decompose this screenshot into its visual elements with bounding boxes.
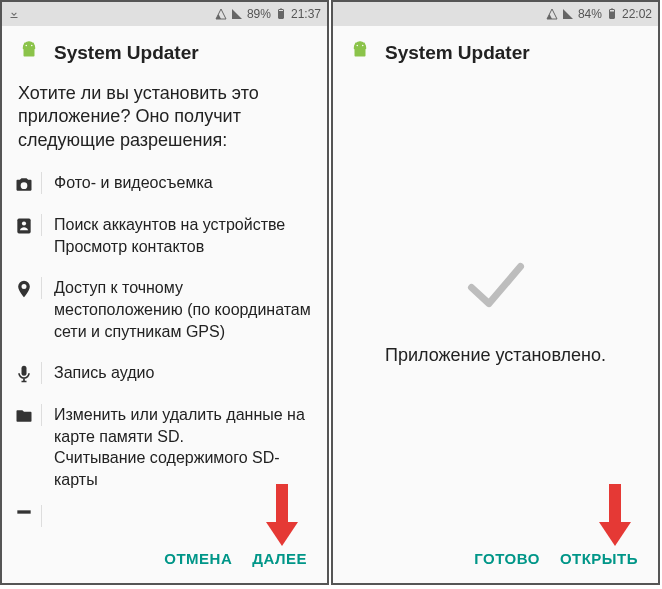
- permission-row: Запись аудио: [2, 352, 327, 394]
- permission-text: Доступ к точному местоположению (по коор…: [54, 277, 311, 342]
- permission-text: Фото- и видеосъемка: [54, 172, 311, 194]
- app-title: System Updater: [385, 42, 530, 64]
- install-prompt-content: Хотите ли вы установить это приложение? …: [2, 78, 327, 536]
- cancel-button[interactable]: ОТМЕНА: [164, 550, 232, 567]
- generic-perm-icon: [14, 507, 34, 527]
- svg-rect-13: [355, 48, 366, 56]
- app-title: System Updater: [54, 42, 199, 64]
- battery-pct: 89%: [247, 7, 271, 21]
- phone-left: 89% 21:37 System Updater Хотите ли вы ус…: [0, 0, 329, 585]
- battery-icon: [275, 8, 287, 20]
- installed-message: Приложение установлено.: [385, 345, 606, 366]
- permission-text: Поиск аккаунтов на устройстве: [54, 214, 311, 236]
- phone-right: 84% 22:02 System Updater Приложение уста…: [331, 0, 660, 585]
- svg-rect-3: [24, 48, 35, 56]
- permission-text: Запись аудио: [54, 362, 311, 384]
- camera-icon: [14, 174, 34, 194]
- svg-point-5: [31, 45, 32, 46]
- permission-row: Доступ к точному местоположению (по коор…: [2, 267, 327, 352]
- permission-text: Просмотр контактов: [54, 236, 311, 258]
- signal-icon: [231, 8, 243, 20]
- android-icon: [349, 40, 371, 66]
- svg-point-15: [362, 45, 363, 46]
- svg-point-7: [21, 222, 25, 226]
- done-button[interactable]: ГОТОВО: [474, 550, 540, 567]
- android-icon: [18, 40, 40, 66]
- button-bar: ОТМЕНА ДАЛЕЕ: [2, 536, 327, 583]
- svg-rect-11: [610, 12, 614, 19]
- permission-row: [2, 501, 327, 527]
- installed-content: Приложение установлено.: [333, 78, 658, 536]
- contacts-icon: [14, 216, 34, 236]
- install-prompt-text: Хотите ли вы установить это приложение? …: [2, 78, 327, 162]
- clock-time: 21:37: [291, 7, 321, 21]
- permission-text: Считывание содержимого SD-карты: [54, 447, 311, 490]
- status-bar: 89% 21:37: [2, 2, 327, 26]
- signal-icon: [562, 8, 574, 20]
- svg-rect-12: [611, 9, 613, 10]
- next-button[interactable]: ДАЛЕЕ: [252, 550, 307, 567]
- title-bar: System Updater: [2, 26, 327, 78]
- svg-rect-2: [280, 9, 282, 10]
- mic-icon: [14, 364, 34, 384]
- location-icon: [14, 279, 34, 299]
- permission-list: Фото- и видеосъемка Поиск аккаунтов на у…: [2, 162, 327, 536]
- battery-pct: 84%: [578, 7, 602, 21]
- signal-icon: [546, 8, 558, 20]
- permission-row: Поиск аккаунтов на устройстве Просмотр к…: [2, 204, 327, 267]
- status-bar: 84% 22:02: [333, 2, 658, 26]
- svg-point-14: [357, 45, 358, 46]
- open-button[interactable]: ОТКРЫТЬ: [560, 550, 638, 567]
- download-icon: [8, 8, 20, 20]
- battery-icon: [606, 8, 618, 20]
- button-bar: ГОТОВО ОТКРЫТЬ: [333, 536, 658, 583]
- svg-point-4: [26, 45, 27, 46]
- svg-rect-6: [17, 219, 30, 234]
- svg-rect-9: [17, 510, 30, 513]
- svg-rect-8: [21, 366, 26, 376]
- clock-time: 22:02: [622, 7, 652, 21]
- permission-text: Изменить или удалить данные на карте пам…: [54, 404, 311, 447]
- title-bar: System Updater: [333, 26, 658, 78]
- folder-icon: [14, 406, 34, 426]
- permission-row: Фото- и видеосъемка: [2, 162, 327, 204]
- svg-rect-1: [279, 11, 283, 18]
- signal-icon: [215, 8, 227, 20]
- check-icon: [461, 249, 531, 323]
- permission-row: Изменить или удалить данные на карте пам…: [2, 394, 327, 500]
